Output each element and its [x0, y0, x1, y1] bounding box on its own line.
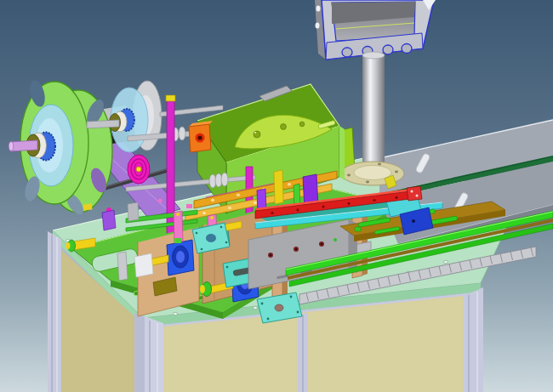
monitor-button-1[interactable]: [342, 48, 352, 57]
gray-bracket: [128, 202, 139, 221]
pusher-bar-top: [255, 188, 417, 211]
guide-rail-ribs: [306, 247, 533, 301]
drive-motor: [80, 116, 129, 148]
olive-slot-bars: [355, 209, 458, 235]
tan-plate-edge: [138, 226, 199, 241]
side-panel-left: [60, 248, 134, 392]
cam-hole: [299, 122, 305, 127]
subplate-right-face: [223, 206, 400, 319]
shaft-tip: [200, 285, 205, 293]
cam-hole-glint: [254, 132, 256, 134]
end-block-screw: [411, 190, 413, 193]
unit-right: [349, 219, 357, 273]
conveyor-plate-downstream: [379, 162, 553, 244]
rod-highlight: [75, 169, 167, 196]
hub-ring: [31, 133, 47, 158]
monitor-button-2[interactable]: [362, 47, 373, 56]
pulley-wheel: [237, 272, 254, 294]
conveyor-belt: [379, 156, 553, 200]
frame-groove: [143, 296, 481, 331]
linear-rails: [185, 170, 337, 220]
yellow-cylinder: [73, 238, 95, 250]
monitor-screen: [332, 2, 415, 41]
magenta-column-2: [246, 167, 253, 228]
magenta-column-1: [167, 100, 174, 260]
monitor-side-face: [315, 0, 326, 60]
hub-gear-ring-small: [119, 109, 134, 131]
guide-roller: [128, 155, 150, 184]
shaft-collar: [209, 174, 216, 188]
fixture-cluster: [66, 196, 372, 316]
post-rear-left: [48, 231, 61, 392]
tan-column-1-side: [282, 212, 288, 306]
reel-shaft: [10, 140, 37, 151]
gearbox-left: [197, 121, 226, 213]
tan-column-1: [272, 212, 282, 309]
unit-screws: [268, 238, 337, 258]
green-rail-upper: [286, 211, 553, 276]
post-front-right: [464, 287, 483, 392]
pusher-bar-holes: [271, 196, 397, 214]
gold-rail: [185, 184, 332, 220]
baseplate-screws: [66, 239, 448, 315]
monitor-housing: [322, 0, 434, 60]
lime-slab: [339, 128, 355, 173]
table-edge-bracket: [257, 293, 302, 323]
hub-gear-ring: [37, 133, 55, 161]
subplate-slots: [134, 240, 359, 304]
monitor-button-4[interactable]: [402, 44, 412, 54]
hub-face: [26, 134, 40, 156]
cam-hole: [254, 131, 260, 138]
pulley-housing: [231, 266, 259, 302]
conveyor-front-edge: [398, 205, 553, 244]
plate-bore: [206, 234, 216, 242]
roller-center: [136, 167, 141, 172]
olive-plate: [340, 202, 505, 241]
green-rail-lower: [289, 224, 553, 287]
end-block-screw: [416, 195, 419, 197]
strip-highlight: [255, 202, 442, 223]
flange-cutout: [63, 191, 87, 218]
shaft-a: [128, 131, 194, 141]
monitor-top-sliver: [423, 0, 436, 10]
silver-cylinder: [117, 252, 128, 281]
gearbox-front: [226, 126, 339, 213]
pole-flange: [341, 162, 404, 185]
column-cap: [166, 95, 175, 101]
flange-cutout: [22, 174, 42, 202]
roller-groove: [134, 162, 143, 176]
purple-bracket: [102, 210, 116, 230]
cylinder-flange: [68, 240, 76, 252]
plate-screw: [196, 232, 198, 235]
monitor-pole: [362, 53, 385, 172]
monitor-buttons[interactable]: [342, 44, 412, 58]
monitor-button-3[interactable]: [383, 45, 393, 54]
cyan-plate: [223, 257, 262, 287]
support-columns: [166, 95, 253, 260]
slide-screw: [176, 213, 180, 216]
slide-body: [174, 211, 183, 243]
olive-block: [153, 277, 177, 296]
guide-rod-1: [126, 210, 197, 223]
reel-assembly-small: [87, 81, 223, 184]
hub-face-small: [110, 114, 121, 132]
hmi-monitor-pole: [315, 0, 436, 185]
bearing-insert: [196, 134, 205, 143]
belt-edge: [379, 156, 553, 195]
subplate-top: [71, 185, 400, 313]
flange-cutout: [27, 78, 48, 108]
shaft-tip: [135, 258, 140, 267]
machine-render: [0, 0, 553, 392]
cyan-plate-b: [223, 257, 262, 287]
baseplate-front-face: [143, 283, 481, 327]
pulley-hub: [241, 277, 249, 289]
green-gearbox: [197, 84, 345, 213]
reel-assembly-large: [9, 78, 180, 218]
conveyor-slot: [453, 192, 469, 213]
tan-column-2: [352, 196, 362, 278]
guide-rod-2: [126, 219, 197, 231]
pink-tab: [186, 204, 192, 208]
motor-cap: [99, 105, 128, 122]
bearing-bore: [197, 135, 202, 139]
screen-reflection: [336, 23, 414, 29]
